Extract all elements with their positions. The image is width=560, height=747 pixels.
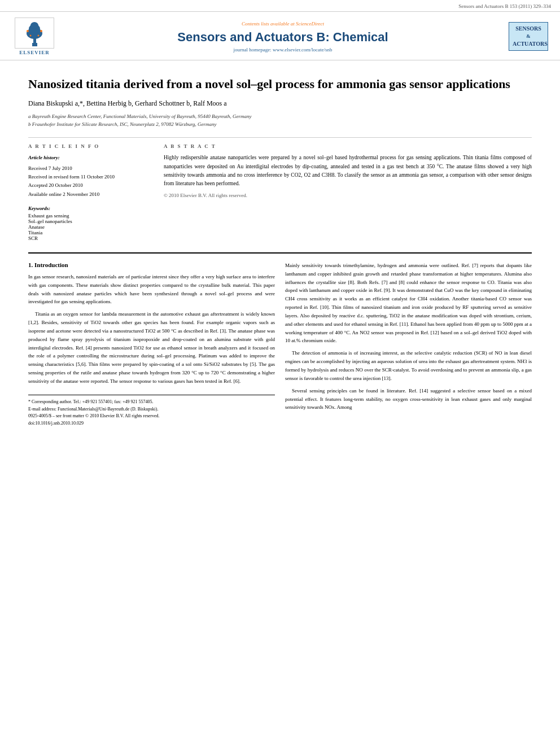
svg-point-5 (27, 30, 29, 32)
journal-name: Sensors and Actuators B: Chemical (60, 30, 506, 45)
keyword-2: Sol–gel nanoparticles (28, 219, 152, 224)
abstract-label: A B S T R A C T (164, 143, 532, 149)
article-info-label: A R T I C L E I N F O (28, 143, 152, 149)
authors: Diana Biskupski a,*, Bettina Herbig b, G… (28, 99, 532, 108)
article-body: Nanosized titania derived from a novel s… (0, 60, 560, 433)
main-left-col: 1. Introduction In gas sensor research, … (28, 261, 275, 427)
main-content: 1. Introduction In gas sensor research, … (28, 252, 532, 427)
intro-para-2: Titania as an oxygen sensor for lambda m… (28, 310, 275, 386)
svg-point-4 (30, 22, 38, 29)
right-col-body: Mainly sensitivity towards trimethylamin… (285, 261, 532, 412)
journal-reference: Sensors and Actuators B 153 (2011) 329–3… (0, 0, 560, 12)
elsevier-label: ELSEVIER (19, 50, 50, 55)
right-para-3: Several sensing principles can be found … (285, 387, 532, 412)
keywords-section: Keywords: Exhaust gas sensing Sol–gel na… (28, 206, 152, 241)
article-meta-row: A R T I C L E I N F O Article history: R… (28, 143, 532, 241)
intro-para-1: In gas sensor research, nanosized materi… (28, 273, 275, 306)
footnote-issn: 0925-4005/$ – see front matter © 2010 El… (28, 413, 275, 420)
footnote-doi: doi:10.1016/j.snb.2010.10.029 (28, 420, 275, 427)
journal-title-block: Contents lists available at ScienceDirec… (60, 21, 506, 53)
svg-point-7 (29, 34, 31, 36)
svg-point-8 (37, 34, 39, 36)
intro-body: In gas sensor research, nanosized materi… (28, 273, 275, 386)
article-title: Nanosized titania derived from a novel s… (28, 76, 532, 93)
keyword-4: Titania (28, 230, 152, 235)
right-para-1: Mainly sensitivity towards trimethylamin… (285, 261, 532, 345)
keyword-3: Anatase (28, 224, 152, 230)
main-right-col: Mainly sensitivity towards trimethylamin… (285, 261, 532, 427)
right-para-2: The detection of ammonia is of increasin… (285, 349, 532, 382)
svg-point-6 (40, 30, 42, 32)
affiliations: a Bayreuth Engine Research Center, Funct… (28, 112, 532, 129)
article-info-col: A R T I C L E I N F O Article history: R… (28, 143, 152, 241)
sensors-badge: SENSORS & ACTUATORS (509, 22, 548, 51)
main-two-col: 1. Introduction In gas sensor research, … (28, 261, 532, 427)
elsevier-logo: ELSEVIER (9, 18, 60, 55)
copyright-notice: © 2010 Elsevier B.V. All rights reserved… (164, 193, 532, 198)
keyword-1: Exhaust gas sensing (28, 213, 152, 219)
sciencedirect-link: Contents lists available at ScienceDirec… (60, 21, 506, 27)
elsevier-logo-image (15, 18, 54, 49)
divider-1 (28, 137, 532, 138)
intro-heading: 1. Introduction (28, 261, 275, 268)
footnote-corresponding: * Corresponding author. Tel.: +49 921 55… (28, 399, 275, 406)
article-history: Article history: Received 7 July 2010 Re… (28, 154, 152, 198)
footnote-section: * Corresponding author. Tel.: +49 921 55… (28, 395, 275, 427)
abstract-col: A B S T R A C T Highly redispersible ana… (164, 143, 532, 241)
journal-homepage: journal homepage: www.elsevier.com/locat… (60, 47, 506, 53)
footnote-email: E-mail address: Functional.Materials@Uni… (28, 406, 275, 413)
journal-logo-right: SENSORS & ACTUATORS (506, 22, 551, 51)
keyword-5: SCR (28, 235, 152, 241)
abstract-text: Highly redispersible anatase nanoparticl… (164, 154, 532, 188)
journal-header: ELSEVIER Contents lists available at Sci… (0, 12, 560, 60)
